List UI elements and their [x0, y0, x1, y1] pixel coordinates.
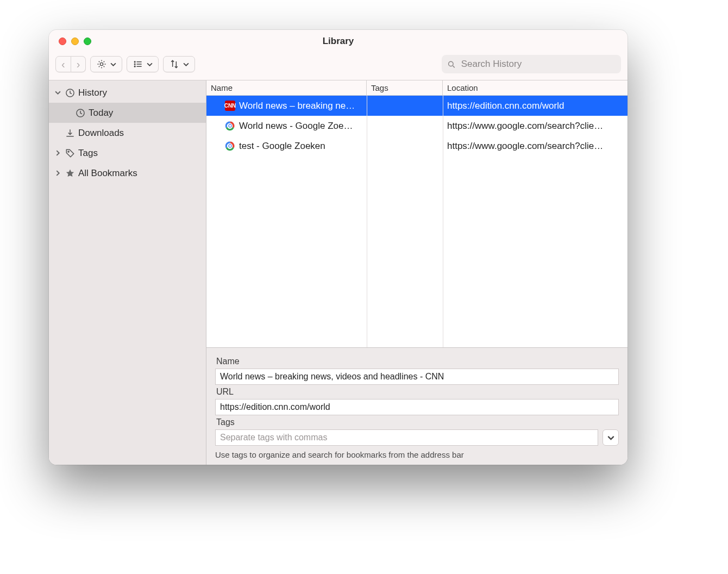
list-icon [133, 59, 143, 70]
window-title: Library [49, 36, 627, 47]
sidebar-item-downloads[interactable]: Downloads [49, 123, 206, 143]
details-hint: Use tags to organize and search for book… [215, 450, 619, 459]
disclosure-triangle-icon[interactable] [53, 90, 62, 96]
column-header-location[interactable]: Location [443, 80, 627, 95]
table-row[interactable]: CNN World news – breaking ne… https://ed… [206, 96, 627, 116]
row-name: test - Google Zoeken [239, 141, 325, 152]
details-tags-label: Tags [216, 417, 619, 427]
favicon-icon [225, 121, 235, 131]
chevron-right-icon: › [77, 59, 80, 70]
column-divider[interactable] [367, 96, 367, 347]
close-button[interactable] [59, 38, 66, 45]
details-tags-input[interactable] [215, 429, 598, 446]
chevron-left-icon: ‹ [61, 59, 65, 70]
details-url-label: URL [216, 387, 619, 397]
svg-point-1 [135, 61, 136, 63]
nav-back-forward: ‹ › [55, 56, 86, 72]
main-panel: Name Tags Location CNN World news – brea… [206, 80, 627, 465]
titlebar: Library [49, 30, 627, 53]
svg-point-7 [449, 61, 453, 66]
search-icon [447, 60, 456, 69]
download-icon [64, 128, 77, 139]
favicon-icon [225, 141, 235, 151]
svg-point-11 [68, 151, 69, 152]
table-row[interactable]: World news - Google Zoe… https://www.goo… [206, 116, 627, 136]
table-header: Name Tags Location [206, 80, 627, 96]
body: History Today Downloads [49, 80, 627, 465]
sidebar-item-label: Today [89, 108, 113, 118]
favicon-icon: CNN [225, 101, 235, 111]
chevron-down-icon [110, 61, 116, 67]
disclosure-triangle-icon[interactable] [53, 170, 62, 176]
svg-point-0 [101, 63, 103, 65]
star-icon [64, 168, 77, 179]
details-name-input[interactable] [215, 369, 619, 385]
views-menu-button[interactable] [127, 56, 159, 72]
sidebar-item-label: Downloads [78, 128, 124, 139]
svg-line-8 [453, 66, 454, 67]
library-window: Library ‹ › [49, 30, 627, 465]
chevron-down-icon [183, 61, 189, 67]
details-name-label: Name [216, 357, 619, 366]
sidebar: History Today Downloads [49, 80, 206, 465]
disclosure-triangle-icon[interactable] [53, 150, 62, 156]
details-panel: Name URL Tags Use tags to organize and s… [206, 347, 627, 465]
organize-menu-button[interactable] [90, 56, 122, 72]
sidebar-item-label: Tags [78, 148, 98, 159]
column-header-name[interactable]: Name [206, 80, 367, 95]
toolbar: ‹ › [49, 53, 627, 80]
column-header-tags[interactable]: Tags [367, 80, 443, 95]
forward-button[interactable]: › [71, 56, 86, 72]
sidebar-item-tags[interactable]: Tags [49, 143, 206, 163]
sidebar-item-today[interactable]: Today [49, 103, 206, 123]
search-input[interactable] [460, 58, 616, 70]
svg-point-14 [229, 125, 231, 127]
svg-point-5 [135, 66, 136, 67]
row-name: World news - Google Zoe… [239, 121, 353, 132]
search-field[interactable] [442, 55, 621, 73]
table-rows: CNN World news – breaking ne… https://ed… [206, 96, 627, 347]
details-url-input[interactable] [215, 399, 619, 415]
clock-icon [74, 108, 87, 118]
table-row[interactable]: test - Google Zoeken https://www.google.… [206, 136, 627, 156]
row-name: World news – breaking ne… [239, 101, 355, 111]
import-export-menu-button[interactable] [163, 56, 195, 72]
gear-icon [96, 59, 107, 70]
maximize-button[interactable] [84, 38, 91, 45]
svg-point-17 [229, 145, 231, 147]
clock-icon [64, 88, 77, 98]
sidebar-item-label: All Bookmarks [78, 168, 137, 179]
row-location: https://www.google.com/search?clie… [443, 121, 627, 132]
tags-dropdown-button[interactable] [603, 429, 619, 446]
sort-arrows-icon [169, 59, 180, 70]
back-button[interactable]: ‹ [55, 56, 71, 72]
chevron-down-icon [607, 434, 614, 441]
minimize-button[interactable] [71, 38, 79, 45]
chevron-down-icon [147, 61, 153, 67]
column-divider[interactable] [443, 96, 443, 347]
svg-point-3 [135, 64, 136, 65]
row-location: https://edition.cnn.com/world [443, 101, 627, 111]
sidebar-item-history[interactable]: History [49, 83, 206, 103]
sidebar-item-label: History [78, 88, 107, 98]
window-controls [59, 38, 91, 45]
tag-icon [64, 148, 77, 159]
sidebar-item-all-bookmarks[interactable]: All Bookmarks [49, 163, 206, 183]
row-location: https://www.google.com/search?clie… [443, 141, 627, 152]
